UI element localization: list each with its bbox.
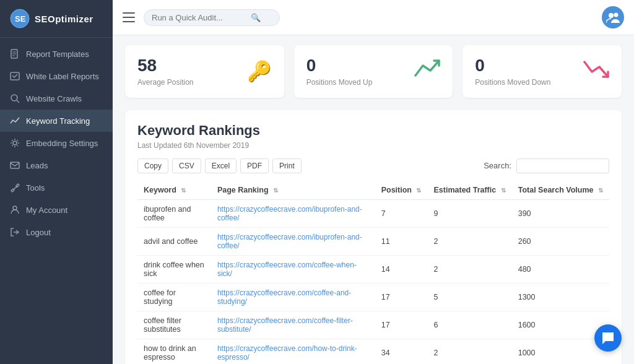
svg-point-13: [609, 13, 614, 18]
pdf-button[interactable]: PDF: [240, 158, 269, 173]
table-search-input[interactable]: [516, 158, 609, 173]
stat-card-positions-up: 0 Positions Moved Up: [294, 45, 453, 98]
cell-keyword: ibuprofen and coffee: [137, 199, 211, 227]
stat-value-up: 0: [306, 56, 373, 76]
sort-keyword-icon[interactable]: ⇅: [181, 187, 186, 194]
cell-keyword: how to drink an espresso: [137, 339, 211, 364]
page-ranking-link[interactable]: https://crazycoffeecrave.com/ibuprofen-a…: [217, 205, 362, 222]
table-row: coffee for studying https://crazycoffeec…: [137, 283, 609, 311]
stat-info-down: 0 Positions Moved Down: [475, 56, 550, 87]
cell-traffic: 9: [427, 199, 511, 227]
sidebar-item-embedding-settings[interactable]: Embedding Settings: [0, 132, 113, 154]
sidebar-item-tools-label: Tools: [26, 183, 45, 193]
arrow-up-icon: [413, 58, 440, 85]
search-icon: 🔍: [251, 13, 261, 22]
svg-text:SE: SE: [15, 14, 26, 24]
sidebar-item-tools[interactable]: Tools: [0, 176, 113, 199]
cell-volume: 260: [512, 227, 609, 255]
col-page-ranking: Page Ranking ⇅: [211, 181, 375, 200]
sidebar-item-logout[interactable]: Logout: [0, 221, 113, 243]
cell-url: https://crazycoffeecrave.com/ibuprofen-a…: [211, 199, 375, 227]
cell-traffic: 2: [427, 255, 511, 283]
sidebar-item-white-label-label: White Label Reports: [26, 72, 99, 81]
cell-url: https://crazycoffeecrave.com/how-to-drin…: [211, 339, 375, 364]
search-input[interactable]: [152, 13, 251, 22]
cell-traffic: 6: [427, 311, 511, 339]
stat-label-avg: Average Position: [137, 78, 194, 87]
cell-traffic: 2: [427, 227, 511, 255]
key-icon: 🔑: [247, 59, 272, 83]
sidebar-item-logout-label: Logout: [26, 228, 51, 237]
logo-text: SEOptimizer: [35, 14, 93, 24]
cell-url: https://crazycoffeecrave.com/coffee-when…: [211, 255, 375, 283]
sidebar-item-report-templates-label: Report Templates: [26, 50, 89, 59]
sidebar-item-keyword-tracking[interactable]: Keyword Tracking: [0, 110, 113, 132]
sidebar: SE SEOptimizer Report Templates White La…: [0, 0, 113, 364]
excel-button[interactable]: Excel: [205, 158, 237, 173]
sort-traffic-icon[interactable]: ⇅: [501, 187, 506, 194]
sort-volume-icon[interactable]: ⇅: [598, 187, 603, 194]
stat-label-up: Positions Moved Up: [306, 78, 373, 87]
sidebar-nav: Report Templates White Label Reports Web…: [0, 38, 113, 364]
page-ranking-link[interactable]: https://crazycoffeecrave.com/how-to-drin…: [217, 344, 357, 362]
sort-position-icon[interactable]: ⇅: [416, 187, 421, 194]
sidebar-logo: SE SEOptimizer: [0, 0, 113, 38]
avatar[interactable]: [602, 6, 624, 28]
sidebar-item-report-templates[interactable]: Report Templates: [0, 43, 113, 65]
table-row: ibuprofen and coffee https://crazycoffee…: [137, 199, 609, 227]
svg-line-8: [17, 100, 19, 103]
copy-button[interactable]: Copy: [137, 158, 168, 173]
csv-button[interactable]: CSV: [172, 158, 201, 173]
tools-icon: [10, 183, 20, 193]
stat-info-avg: 58 Average Position: [137, 56, 194, 87]
cell-position: 7: [375, 199, 428, 227]
sidebar-item-my-account[interactable]: My Account: [0, 199, 113, 221]
sidebar-item-leads-label: Leads: [26, 161, 48, 170]
sidebar-item-white-label-reports[interactable]: White Label Reports: [0, 65, 113, 87]
svg-point-14: [614, 13, 619, 17]
page-ranking-link[interactable]: https://crazycoffeecrave.com/coffee-when…: [217, 261, 357, 278]
cell-keyword: coffee filter substitutes: [137, 311, 211, 339]
cell-traffic: 5: [427, 283, 511, 311]
cell-position: 17: [375, 311, 428, 339]
cell-keyword: advil and coffee: [137, 227, 211, 255]
content-area: 58 Average Position 🔑 0 Positions Moved …: [113, 35, 634, 364]
cell-url: https://crazycoffeecrave.com/ibuprofen-a…: [211, 227, 375, 255]
print-button[interactable]: Print: [272, 158, 302, 173]
sort-page-ranking-icon[interactable]: ⇅: [273, 187, 278, 194]
leads-icon: [10, 160, 20, 170]
stat-info-up: 0 Positions Moved Up: [306, 56, 373, 87]
my-account-icon: [10, 205, 20, 215]
cell-position: 17: [375, 283, 428, 311]
cell-url: https://crazycoffeecrave.com/coffee-filt…: [211, 311, 375, 339]
cell-position: 11: [375, 227, 428, 255]
menu-icon[interactable]: [123, 12, 135, 22]
chat-bubble[interactable]: [594, 324, 622, 352]
page-ranking-link[interactable]: https://crazycoffeecrave.com/coffee-filt…: [217, 316, 353, 334]
cell-keyword: drink coffee when sick: [137, 255, 211, 283]
cell-traffic: 2: [427, 339, 511, 364]
sidebar-item-keyword-tracking-label: Keyword Tracking: [26, 116, 90, 126]
main-content: 🔍 58 Average Position 🔑: [113, 0, 634, 364]
topbar: 🔍: [113, 0, 634, 35]
cell-url: https://crazycoffeecrave.com/coffee-and-…: [211, 283, 375, 311]
cell-keyword: coffee for studying: [137, 283, 211, 311]
svg-point-9: [13, 141, 17, 145]
col-keyword: Keyword ⇅: [137, 181, 211, 200]
sidebar-item-leads[interactable]: Leads: [0, 154, 113, 176]
page-ranking-link[interactable]: https://crazycoffeecrave.com/coffee-and-…: [217, 288, 351, 306]
svg-point-11: [13, 206, 17, 210]
page-ranking-link[interactable]: https://crazycoffeecrave.com/ibuprofen-a…: [217, 233, 362, 250]
search-label: Search:: [484, 161, 511, 170]
stat-value-avg: 58: [137, 56, 194, 76]
sidebar-item-website-crawls[interactable]: Website Crawls: [0, 87, 113, 110]
rankings-section: Keyword Rankings Last Updated 6th Novemb…: [125, 110, 622, 364]
website-crawls-icon: [10, 93, 20, 103]
table-row: drink coffee when sick https://crazycoff…: [137, 255, 609, 283]
keyword-tracking-icon: [10, 116, 20, 126]
col-volume: Total Search Volume ⇅: [512, 181, 609, 200]
stat-card-positions-down: 0 Positions Moved Down: [462, 45, 622, 98]
quick-audit-search[interactable]: 🔍: [144, 9, 280, 26]
col-position: Position ⇅: [375, 181, 428, 200]
sidebar-item-website-crawls-label: Website Crawls: [26, 94, 82, 103]
